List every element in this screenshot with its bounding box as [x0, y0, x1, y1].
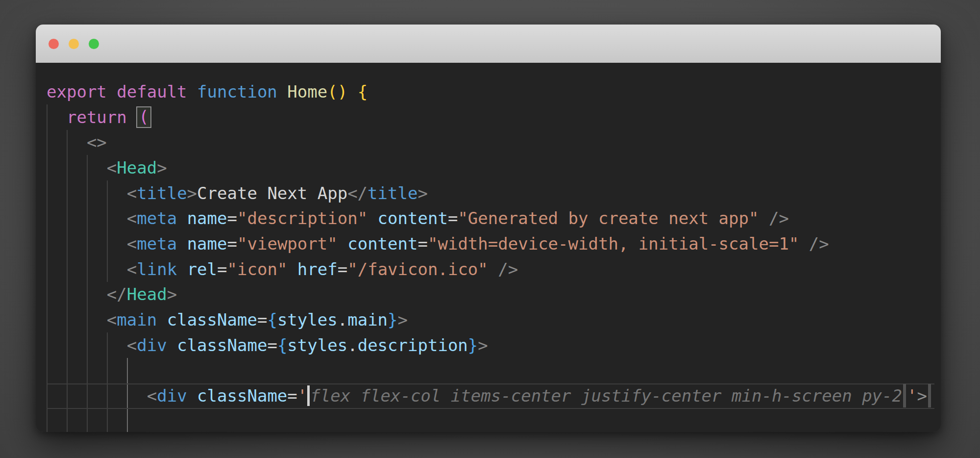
code-token: <>	[87, 132, 107, 152]
code-token: "description"	[237, 208, 368, 228]
code-token: className	[177, 335, 267, 355]
code-token: <	[107, 310, 117, 330]
code-token: .	[347, 335, 357, 355]
code-token	[177, 259, 187, 279]
code-token: </	[347, 183, 368, 203]
code-token: .	[338, 310, 347, 330]
code-token	[167, 335, 177, 355]
code-line: export default function Home() {	[47, 79, 941, 104]
code-token: meta	[137, 234, 177, 254]
code-token: (	[139, 107, 148, 127]
code-token: "width=device-width, initial-scale=1"	[428, 234, 799, 254]
code-token: '	[907, 386, 917, 406]
code-token: link	[137, 259, 177, 279]
code-token	[47, 284, 107, 304]
code-token: =	[217, 259, 227, 279]
code-token	[759, 208, 768, 228]
code-token: description	[358, 335, 468, 355]
code-token	[47, 158, 107, 178]
code-token: <	[127, 259, 137, 279]
code-token: div	[157, 386, 187, 406]
code-line: <div className='flex flex-col items-cent…	[47, 383, 941, 408]
code-token: meta	[137, 208, 177, 228]
code-token	[488, 259, 498, 279]
code-editor-area[interactable]: export default function Home() { return …	[36, 63, 941, 432]
code-token: >	[187, 183, 197, 203]
code-token: "/favicon.ico"	[347, 259, 488, 279]
code-token	[799, 234, 808, 254]
code-token	[157, 310, 167, 330]
code-token: "viewport"	[237, 234, 338, 254]
code-token	[338, 234, 347, 254]
code-token: />	[769, 208, 789, 228]
code-token: name	[187, 208, 227, 228]
code-token: return	[47, 107, 137, 127]
code-lines-container: export default function Home() { return …	[47, 79, 941, 432]
code-token: title	[368, 183, 417, 203]
code-token	[347, 82, 357, 102]
code-token: }	[388, 310, 397, 330]
code-token: content	[378, 208, 448, 228]
copilot-ghost-text: flex flex-col items-center justify-cente…	[310, 386, 902, 406]
code-token	[287, 259, 297, 279]
code-line: <meta name="viewport" content="width=dev…	[47, 231, 941, 256]
code-token: =	[267, 335, 277, 355]
code-token: ()	[327, 82, 347, 102]
code-line	[47, 358, 941, 383]
zoom-button[interactable]	[89, 39, 99, 49]
code-token: '	[297, 386, 307, 406]
code-token: />	[498, 259, 518, 279]
code-line: <link rel="icon" href="/favicon.ico" />	[47, 256, 941, 282]
close-button[interactable]	[49, 39, 59, 49]
code-token: {	[267, 310, 277, 330]
code-token: =	[227, 208, 237, 228]
code-token: <	[127, 335, 137, 355]
code-token	[187, 82, 197, 102]
code-token: main	[117, 310, 157, 330]
code-token	[47, 335, 127, 355]
code-token: className	[197, 386, 287, 406]
code-token	[47, 132, 87, 152]
code-editor-window: export default function Home() { return …	[36, 25, 941, 432]
code-token: >	[167, 284, 177, 304]
code-token	[277, 82, 287, 102]
minimize-button[interactable]	[69, 39, 79, 49]
code-token: />	[809, 234, 829, 254]
code-token: <	[147, 386, 157, 406]
code-token: {	[358, 82, 368, 102]
code-token: div	[137, 335, 167, 355]
code-token	[47, 259, 127, 279]
code-token: <	[127, 234, 137, 254]
code-token: rel	[187, 259, 217, 279]
code-token: >	[398, 310, 408, 330]
code-token: =	[287, 386, 297, 406]
code-line: <main className={styles.main}>	[47, 307, 941, 332]
code-token: </	[107, 284, 127, 304]
code-token: >	[157, 158, 167, 178]
code-line: return (	[47, 104, 941, 130]
ghost-text-boundary-bar	[903, 384, 906, 407]
text-cursor	[307, 385, 310, 406]
code-line	[47, 408, 941, 432]
code-token: <	[127, 208, 137, 228]
code-token: title	[137, 183, 187, 203]
code-line: <>	[47, 129, 941, 155]
code-token	[47, 208, 127, 228]
code-token: styles	[287, 335, 347, 355]
code-token: export default	[47, 82, 187, 102]
code-token: main	[347, 310, 388, 330]
code-token: href	[297, 259, 338, 279]
code-token: {	[277, 335, 287, 355]
code-token: styles	[277, 310, 338, 330]
code-line: <div className={styles.description}>	[47, 332, 941, 358]
code-line: <Head>	[47, 155, 941, 180]
code-token	[47, 234, 127, 254]
code-line: <meta name="description" content="Genera…	[47, 205, 941, 231]
code-token: "icon"	[227, 259, 288, 279]
code-token: name	[187, 234, 227, 254]
code-token: =	[227, 234, 237, 254]
code-line: <title>Create Next App</title>	[47, 180, 941, 206]
ghost-text-boundary-bar	[928, 384, 931, 407]
window-titlebar[interactable]	[36, 25, 941, 63]
code-token	[177, 208, 187, 228]
